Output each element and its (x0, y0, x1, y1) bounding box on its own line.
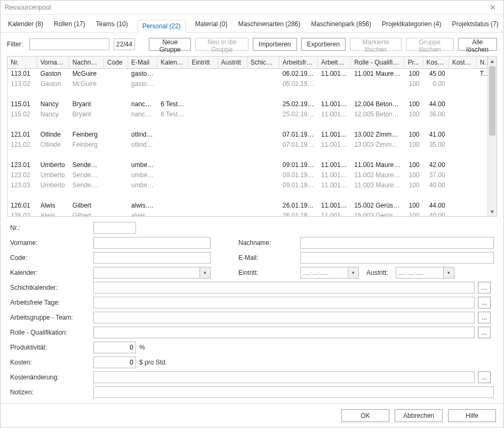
scroll-thumb[interactable] (489, 66, 495, 136)
filter-input[interactable] (29, 38, 109, 50)
kosten-input[interactable] (93, 356, 136, 368)
rolle-browse-button[interactable]: ... (478, 327, 491, 338)
tab-2[interactable]: Teams (10) (95, 18, 129, 32)
import-button[interactable]: Importieren (253, 38, 297, 51)
table-row[interactable]: 126.01AlwisGilbertalwis.g...26.01.19;2..… (7, 201, 487, 211)
col-header[interactable]: Arbeitsgr... (318, 57, 351, 69)
cancel-button[interactable]: Abbrechen (395, 409, 443, 422)
nr-input[interactable] (93, 222, 136, 234)
vorname-input[interactable] (93, 237, 211, 249)
col-header[interactable]: Kalender (157, 57, 188, 69)
code-input[interactable] (93, 252, 211, 264)
table-row[interactable]: 126.02AlwisGilbertalwis.g...26.01.19;2..… (7, 211, 487, 216)
tab-7[interactable]: Projektkategorien (4) (381, 18, 442, 32)
col-header[interactable]: Vorname (37, 57, 69, 69)
header-row[interactable]: Nr.VornameNachnameCodeE-MailKalenderEint… (7, 57, 487, 69)
export-button[interactable]: Exportieren (301, 38, 346, 51)
col-header[interactable]: Code (103, 57, 127, 69)
col-header[interactable]: Eintritt (188, 57, 218, 69)
table-row[interactable]: 113.01GastonMcGuiregaston...06.02.19-0..… (7, 69, 487, 79)
filter-label: Filter: (7, 41, 23, 48)
scroll-up-icon[interactable]: ▲ (488, 57, 497, 66)
schicht-input[interactable] (93, 282, 475, 294)
tab-8[interactable]: Projektstatus (7) (451, 18, 499, 32)
vertical-scrollbar[interactable]: ▲ ▼ (487, 57, 497, 216)
dialog-footer: OK Abbrechen Hilfe (1, 403, 503, 427)
col-header[interactable]: Kosten... (449, 57, 476, 69)
kostenaend-input[interactable] (93, 371, 475, 383)
kalender-combo[interactable]: ▾ (93, 267, 211, 279)
prod-input[interactable] (93, 342, 136, 353)
delete-all-button[interactable]: Alle löschen (458, 38, 497, 51)
chevron-down-icon: ▾ (348, 267, 359, 279)
kostenaend-browse-button[interactable]: ... (478, 371, 491, 383)
table-row[interactable]: 123.03UmbertoSendeckyiumbert...09.01.19;… (7, 180, 487, 191)
nachname-label: Nachname: (238, 239, 297, 247)
titlebar: Ressourcenpool ✕ (1, 1, 503, 15)
notizen-input[interactable] (93, 386, 494, 398)
col-header[interactable]: Arbeitsfreie... (279, 57, 317, 69)
delete-marked-button: Markierte löschen (350, 38, 402, 51)
table-row[interactable]: 121.01OtlindeFeinbergotlinde...07.01.19;… (7, 130, 487, 140)
table-row (7, 120, 487, 130)
tab-0[interactable]: Kalender (8) (7, 18, 44, 32)
tab-3[interactable]: Personal (22) (138, 20, 186, 33)
tab-5[interactable]: Maschinenarten (286) (237, 18, 302, 32)
rolle-label: Rolle - Qualifikation: (10, 329, 90, 336)
austritt-date[interactable]: __.__.__▾ (396, 267, 454, 279)
table-row[interactable]: 123.02UmbertoSendeckyiumbert...09.01.19;… (7, 170, 487, 180)
freietage-input[interactable] (93, 297, 475, 308)
team-label: Arbeitsgruppe - Team: (10, 314, 90, 321)
kosten-label: Kosten: (10, 359, 90, 366)
eintritt-label: Eintritt: (238, 269, 297, 276)
freietage-browse-button[interactable]: ... (478, 297, 491, 308)
col-header[interactable]: Nachname (69, 57, 103, 69)
schicht-browse-button[interactable]: ... (478, 282, 491, 294)
col-header[interactable]: Pr... (404, 57, 423, 69)
prod-label: Produktivität: (10, 344, 90, 351)
chevron-down-icon: ▾ (444, 267, 454, 279)
new-in-group-button: Neu in die Gruppe (195, 38, 248, 51)
window-title: Ressourcenpool (5, 4, 51, 11)
team-input[interactable] (93, 312, 475, 323)
table-row[interactable]: 121.02OtlindeFeinbergotlinde...07.01.19;… (7, 140, 487, 150)
tab-4[interactable]: Material (0) (194, 18, 229, 32)
chevron-down-icon: ▾ (200, 267, 211, 279)
freietage-label: Arbeitsfreie Tage: (10, 299, 90, 306)
col-header[interactable]: Kosten (423, 57, 449, 69)
kalender-label: Kalender: (10, 269, 90, 276)
team-browse-button[interactable]: ... (478, 312, 491, 323)
col-header[interactable]: N... (476, 57, 487, 69)
email-input[interactable] (300, 252, 494, 264)
col-header[interactable]: Rolle - Qualifik... (351, 57, 404, 69)
kosten-unit: $ pro Std. (136, 359, 167, 366)
tab-1[interactable]: Rollen (17) (53, 18, 86, 32)
delete-group-button: Gruppe löschen (406, 38, 453, 51)
col-header[interactable]: Schichtk... (247, 57, 279, 69)
col-header[interactable]: E-Mail (128, 57, 157, 69)
new-group-button[interactable]: Neue Gruppe (149, 38, 191, 51)
table-row[interactable]: 115.01NancyBryantnancy....6 Test-S...25.… (7, 99, 487, 109)
kostenaend-label: Kostenänderung: (10, 374, 90, 381)
close-icon[interactable]: ✕ (486, 3, 499, 12)
scroll-down-icon[interactable]: ▼ (488, 207, 497, 216)
data-table-wrapper: Nr.VornameNachnameCodeE-MailKalenderEint… (7, 56, 497, 217)
table-row[interactable]: 115.02NancyBryantnancy....6 Test-S...25.… (7, 109, 487, 120)
vorname-label: Vorname: (10, 239, 90, 247)
code-label: Code: (10, 254, 90, 261)
nachname-input[interactable] (300, 237, 494, 249)
nr-label: Nr.: (10, 224, 90, 232)
notizen-label: Notizen: (10, 389, 90, 396)
ok-button[interactable]: OK (341, 409, 389, 422)
eintritt-date[interactable]: __.__.__▾ (300, 267, 359, 279)
tab-6[interactable]: Maschinenpark (856) (310, 18, 372, 32)
col-header[interactable]: Austritt (218, 57, 247, 69)
help-button[interactable]: Hilfe (448, 409, 496, 422)
table-row[interactable]: 113.02GastonMcGuiregaston...06.02.19-0..… (7, 79, 487, 89)
count-box: 22/44 (114, 38, 135, 50)
resource-pool-dialog: Ressourcenpool ✕ Kalender (8)Rollen (17)… (0, 0, 504, 428)
table-row (7, 150, 487, 160)
col-header[interactable]: Nr. (7, 57, 37, 69)
table-row[interactable]: 123.01UmbertoSendeckyiumbert...09.01.19;… (7, 160, 487, 170)
rolle-input[interactable] (93, 327, 475, 338)
